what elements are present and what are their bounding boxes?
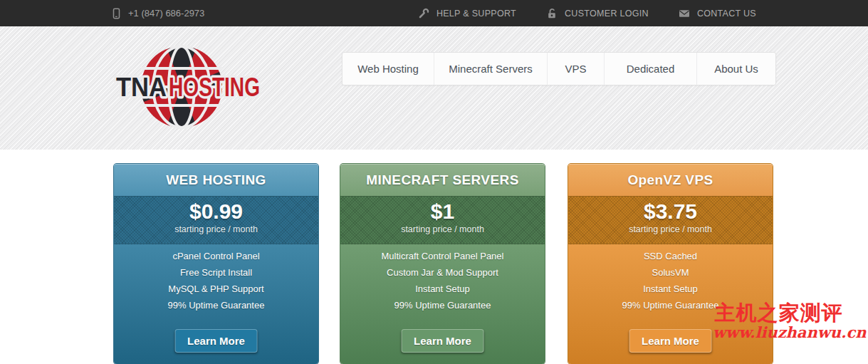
price-note: starting price / month [114,224,318,235]
envelope-icon [679,8,690,19]
logo-text-tna: TNA [116,73,167,102]
feature-item: Free Script Install [114,264,318,281]
card-price-band: $0.99 starting price / month [114,196,318,244]
price-note: starting price / month [340,224,545,235]
feature-item: MySQL & PHP Support [114,281,318,297]
feature-item: 99% Uptime Guarantee [114,297,318,313]
main-navigation: Web Hosting Minecraft Servers VPS Dedica… [342,52,776,85]
card-body: SSD Cached SolusVM Instant Setup 99% Upt… [568,244,773,364]
tnahosting-logo[interactable]: TNA HOSTING [114,43,267,132]
card-price-band: $3.75 starting price / month [568,196,773,244]
nav-item-vps[interactable]: VPS [548,53,605,85]
contact-us-link[interactable]: CONTACT US [679,8,756,19]
price-amount: $0.99 [114,199,318,224]
feature-item: Custom Jar & Mod Support [340,264,545,281]
card-body: cPanel Control Panel Free Script Install… [114,244,318,364]
nav-item-dedicated[interactable]: Dedicated [605,53,697,85]
nav-item-about-us[interactable]: About Us [697,53,775,85]
customer-login-link[interactable]: CUSTOMER LOGIN [546,8,649,19]
price-amount: $3.75 [568,199,773,224]
learn-more-button-openvz[interactable]: Learn More [629,329,712,353]
nav-item-minecraft-servers[interactable]: Minecraft Servers [434,53,548,85]
feature-item: 99% Uptime Guarantee [568,297,773,313]
customer-login-label: CUSTOMER LOGIN [565,9,649,19]
learn-more-button-web-hosting[interactable]: Learn More [174,329,258,353]
mobile-phone-icon [110,8,122,19]
logo-text-hosting: HOSTING [169,73,260,102]
site-header: TNA HOSTING Web Hosting Minecraft Server… [0,26,868,150]
pricing-card-web-hosting: WEB HOSTING $0.99 starting price / month… [114,164,318,364]
feature-item: Instant Setup [340,281,545,297]
price-note: starting price / month [568,224,773,235]
help-support-label: HELP & SUPPORT [436,9,516,19]
help-support-link[interactable]: HELP & SUPPORT [418,8,516,19]
pricing-card-openvz-vps: OpenVZ VPS $3.75 starting price / month … [568,164,773,364]
learn-more-button-minecraft[interactable]: Learn More [401,329,484,353]
price-amount: $1 [340,199,545,224]
phone-number-group: +1 (847) 686-2973 [110,0,204,26]
card-title: MINECRAFT SERVERS [340,164,545,197]
wrench-icon [418,8,429,19]
phone-number: +1 (847) 686-2973 [128,8,204,19]
feature-item: 99% Uptime Guarantee [340,297,545,313]
card-price-band: $1 starting price / month [340,196,545,244]
contact-us-label: CONTACT US [697,9,756,19]
topbar-links: HELP & SUPPORT CUSTOMER LOGIN CONTACT US [418,0,756,26]
card-title: WEB HOSTING [114,164,318,197]
feature-item: Multicraft Control Panel Panel [340,248,545,264]
nav-item-web-hosting[interactable]: Web Hosting [343,53,434,85]
card-body: Multicraft Control Panel Panel Custom Ja… [340,244,545,364]
top-bar: +1 (847) 686-2973 HELP & SUPPORT CUSTOME… [0,0,868,26]
feature-item: SolusVM [568,264,773,281]
card-title: OpenVZ VPS [568,164,773,197]
pricing-card-minecraft-servers: MINECRAFT SERVERS $1 starting price / mo… [340,164,545,364]
feature-item: SSD Cached [568,248,773,264]
feature-item: cPanel Control Panel [114,248,318,264]
lock-icon [546,8,558,19]
feature-item: Instant Setup [568,281,773,297]
